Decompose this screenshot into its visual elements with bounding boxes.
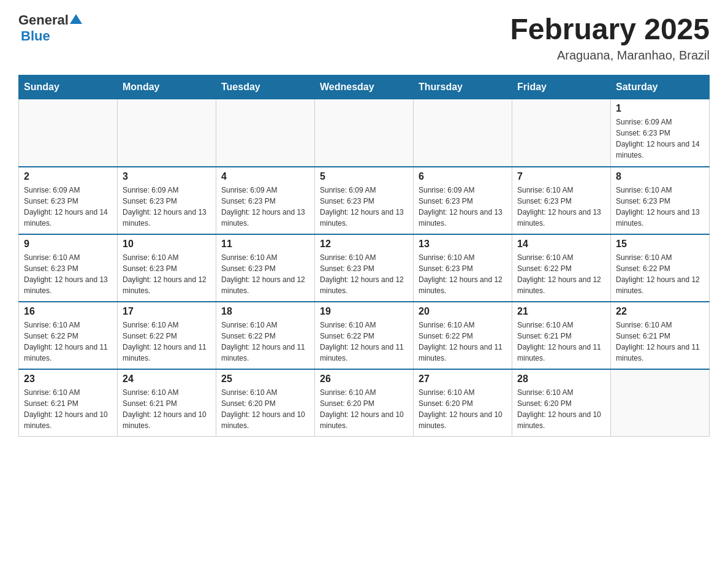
weekday-header: Wednesday xyxy=(315,75,414,99)
day-info: Sunrise: 6:10 AMSunset: 6:20 PMDaylight:… xyxy=(419,387,507,431)
day-number: 24 xyxy=(123,373,211,385)
day-number: 12 xyxy=(320,239,408,250)
logo-triangle-icon xyxy=(70,13,82,25)
calendar-week-row: 16Sunrise: 6:10 AMSunset: 6:22 PMDayligh… xyxy=(19,302,710,369)
day-number: 16 xyxy=(24,306,112,317)
day-number: 18 xyxy=(221,306,309,317)
day-info: Sunrise: 6:10 AMSunset: 6:21 PMDaylight:… xyxy=(24,387,112,431)
day-number: 9 xyxy=(24,239,112,250)
calendar-day-cell: 13Sunrise: 6:10 AMSunset: 6:23 PMDayligh… xyxy=(414,234,512,302)
day-number: 2 xyxy=(24,171,112,182)
calendar-day-cell: 7Sunrise: 6:10 AMSunset: 6:23 PMDaylight… xyxy=(512,167,611,234)
day-number: 21 xyxy=(517,306,605,317)
logo: General Blue xyxy=(18,12,82,44)
day-info: Sunrise: 6:10 AMSunset: 6:22 PMDaylight:… xyxy=(123,320,211,364)
title-block: February 2025 Araguana, Maranhao, Brazil xyxy=(510,12,710,63)
day-number: 27 xyxy=(419,373,507,385)
day-info: Sunrise: 6:10 AMSunset: 6:23 PMDaylight:… xyxy=(24,252,112,296)
day-number: 26 xyxy=(320,373,408,385)
calendar-day-cell: 4Sunrise: 6:09 AMSunset: 6:23 PMDaylight… xyxy=(216,167,315,234)
calendar-week-row: 1Sunrise: 6:09 AMSunset: 6:23 PMDaylight… xyxy=(19,99,710,167)
calendar-day-cell: 27Sunrise: 6:10 AMSunset: 6:20 PMDayligh… xyxy=(414,369,512,437)
calendar-day-cell: 5Sunrise: 6:09 AMSunset: 6:23 PMDaylight… xyxy=(315,167,414,234)
calendar-day-cell: 10Sunrise: 6:10 AMSunset: 6:23 PMDayligh… xyxy=(118,234,216,302)
calendar-day-cell: 15Sunrise: 6:10 AMSunset: 6:22 PMDayligh… xyxy=(611,234,710,302)
weekday-header: Thursday xyxy=(414,75,512,99)
day-info: Sunrise: 6:10 AMSunset: 6:21 PMDaylight:… xyxy=(123,387,211,431)
day-info: Sunrise: 6:10 AMSunset: 6:22 PMDaylight:… xyxy=(320,320,408,364)
day-number: 6 xyxy=(419,171,507,182)
day-number: 7 xyxy=(517,171,605,182)
day-info: Sunrise: 6:10 AMSunset: 6:21 PMDaylight:… xyxy=(616,320,704,364)
calendar-day-cell: 3Sunrise: 6:09 AMSunset: 6:23 PMDaylight… xyxy=(118,167,216,234)
calendar-day-cell: 12Sunrise: 6:10 AMSunset: 6:23 PMDayligh… xyxy=(315,234,414,302)
day-info: Sunrise: 6:10 AMSunset: 6:20 PMDaylight:… xyxy=(517,387,605,431)
calendar-day-cell: 11Sunrise: 6:10 AMSunset: 6:23 PMDayligh… xyxy=(216,234,315,302)
calendar-day-cell xyxy=(315,99,414,167)
calendar-day-cell xyxy=(611,369,710,437)
day-info: Sunrise: 6:09 AMSunset: 6:23 PMDaylight:… xyxy=(24,185,112,229)
calendar-day-cell xyxy=(216,99,315,167)
calendar-day-cell: 21Sunrise: 6:10 AMSunset: 6:21 PMDayligh… xyxy=(512,302,611,369)
calendar-day-cell: 22Sunrise: 6:10 AMSunset: 6:21 PMDayligh… xyxy=(611,302,710,369)
day-info: Sunrise: 6:10 AMSunset: 6:22 PMDaylight:… xyxy=(24,320,112,364)
calendar-day-cell: 28Sunrise: 6:10 AMSunset: 6:20 PMDayligh… xyxy=(512,369,611,437)
calendar-day-cell: 9Sunrise: 6:10 AMSunset: 6:23 PMDaylight… xyxy=(19,234,118,302)
day-info: Sunrise: 6:10 AMSunset: 6:22 PMDaylight:… xyxy=(616,252,704,296)
day-number: 4 xyxy=(221,171,309,182)
day-number: 1 xyxy=(616,103,704,114)
svg-marker-0 xyxy=(70,14,82,24)
calendar-table: SundayMondayTuesdayWednesdayThursdayFrid… xyxy=(18,75,710,437)
day-info: Sunrise: 6:10 AMSunset: 6:23 PMDaylight:… xyxy=(123,252,211,296)
calendar-day-cell: 25Sunrise: 6:10 AMSunset: 6:20 PMDayligh… xyxy=(216,369,315,437)
calendar-day-cell xyxy=(19,99,118,167)
calendar-day-cell: 6Sunrise: 6:09 AMSunset: 6:23 PMDaylight… xyxy=(414,167,512,234)
day-info: Sunrise: 6:10 AMSunset: 6:23 PMDaylight:… xyxy=(419,252,507,296)
day-info: Sunrise: 6:10 AMSunset: 6:22 PMDaylight:… xyxy=(221,320,309,364)
day-number: 19 xyxy=(320,306,408,317)
calendar-week-row: 2Sunrise: 6:09 AMSunset: 6:23 PMDaylight… xyxy=(19,167,710,234)
weekday-header: Saturday xyxy=(611,75,710,99)
calendar-day-cell xyxy=(118,99,216,167)
calendar-day-cell: 16Sunrise: 6:10 AMSunset: 6:22 PMDayligh… xyxy=(19,302,118,369)
day-number: 14 xyxy=(517,239,605,250)
day-number: 23 xyxy=(24,373,112,385)
calendar-day-cell: 2Sunrise: 6:09 AMSunset: 6:23 PMDaylight… xyxy=(19,167,118,234)
day-number: 17 xyxy=(123,306,211,317)
page-header: General Blue February 2025 Araguana, Mar… xyxy=(18,12,710,63)
day-info: Sunrise: 6:10 AMSunset: 6:22 PMDaylight:… xyxy=(419,320,507,364)
calendar-day-cell: 26Sunrise: 6:10 AMSunset: 6:20 PMDayligh… xyxy=(315,369,414,437)
calendar-day-cell: 23Sunrise: 6:10 AMSunset: 6:21 PMDayligh… xyxy=(19,369,118,437)
day-info: Sunrise: 6:10 AMSunset: 6:23 PMDaylight:… xyxy=(320,252,408,296)
day-number: 15 xyxy=(616,239,704,250)
calendar-day-cell xyxy=(414,99,512,167)
calendar-header-row: SundayMondayTuesdayWednesdayThursdayFrid… xyxy=(19,75,710,99)
day-info: Sunrise: 6:10 AMSunset: 6:20 PMDaylight:… xyxy=(221,387,309,431)
day-number: 3 xyxy=(123,171,211,182)
logo-blue-text: Blue xyxy=(21,28,50,44)
calendar-week-row: 23Sunrise: 6:10 AMSunset: 6:21 PMDayligh… xyxy=(19,369,710,437)
location-title: Araguana, Maranhao, Brazil xyxy=(510,48,710,63)
weekday-header: Sunday xyxy=(19,75,118,99)
weekday-header: Tuesday xyxy=(216,75,315,99)
day-number: 20 xyxy=(419,306,507,317)
day-number: 25 xyxy=(221,373,309,385)
calendar-day-cell: 24Sunrise: 6:10 AMSunset: 6:21 PMDayligh… xyxy=(118,369,216,437)
day-number: 28 xyxy=(517,373,605,385)
day-info: Sunrise: 6:09 AMSunset: 6:23 PMDaylight:… xyxy=(320,185,408,229)
day-info: Sunrise: 6:10 AMSunset: 6:22 PMDaylight:… xyxy=(517,252,605,296)
calendar-day-cell: 20Sunrise: 6:10 AMSunset: 6:22 PMDayligh… xyxy=(414,302,512,369)
day-number: 5 xyxy=(320,171,408,182)
calendar-week-row: 9Sunrise: 6:10 AMSunset: 6:23 PMDaylight… xyxy=(19,234,710,302)
day-info: Sunrise: 6:10 AMSunset: 6:23 PMDaylight:… xyxy=(221,252,309,296)
day-info: Sunrise: 6:09 AMSunset: 6:23 PMDaylight:… xyxy=(221,185,309,229)
day-number: 13 xyxy=(419,239,507,250)
calendar-day-cell: 17Sunrise: 6:10 AMSunset: 6:22 PMDayligh… xyxy=(118,302,216,369)
calendar-day-cell: 8Sunrise: 6:10 AMSunset: 6:23 PMDaylight… xyxy=(611,167,710,234)
month-title: February 2025 xyxy=(510,12,710,46)
day-number: 11 xyxy=(221,239,309,250)
day-info: Sunrise: 6:10 AMSunset: 6:23 PMDaylight:… xyxy=(517,185,605,229)
day-number: 10 xyxy=(123,239,211,250)
calendar-day-cell xyxy=(512,99,611,167)
day-info: Sunrise: 6:10 AMSunset: 6:23 PMDaylight:… xyxy=(616,185,704,229)
